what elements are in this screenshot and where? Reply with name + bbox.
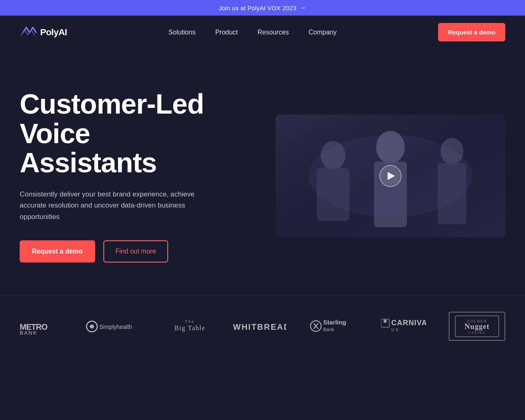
hero-video-thumbnail: [276, 114, 505, 237]
nav-item-solutions[interactable]: Solutions: [169, 29, 196, 36]
nav-request-demo-button[interactable]: Request a demo: [438, 23, 505, 41]
hero-video-container[interactable]: [276, 114, 505, 237]
banner-link[interactable]: Join us at PolyAI VOX 2023 →: [219, 4, 306, 11]
partner-whitbread: WHITBREAD: [233, 319, 286, 333]
nav-link-company[interactable]: Company: [308, 29, 336, 36]
simplyhealth-logo: Simplyhealth: [85, 318, 147, 335]
banner-arrow: →: [299, 4, 306, 11]
hero-buttons: Request a demo Find out more: [20, 240, 233, 262]
hero-content: Customer-Led Voice Assistants Consistent…: [20, 89, 233, 262]
logo-icon: [20, 26, 37, 39]
nav-item-resources[interactable]: Resources: [258, 29, 289, 36]
big-table-logo: The Big Table: [169, 317, 210, 336]
hero-title: Customer-Led Voice Assistants: [20, 89, 233, 177]
partner-golden-nugget: GOLDEN Nugget CASINO: [449, 312, 505, 341]
hero-subtitle: Consistently deliver your best brand exp…: [20, 189, 208, 222]
svg-text:CARNIVAL: CARNIVAL: [391, 319, 426, 327]
golden-nugget-logo: GOLDEN Nugget CASINO: [454, 315, 500, 338]
logo-text: PolyAI: [40, 27, 67, 38]
logo[interactable]: PolyAI: [20, 26, 67, 39]
top-banner[interactable]: Join us at PolyAI VOX 2023 →: [0, 0, 525, 16]
svg-text:Starling: Starling: [323, 319, 346, 326]
svg-text:Nugget: Nugget: [464, 322, 489, 331]
svg-text:WHITBREAD: WHITBREAD: [233, 322, 286, 331]
partner-carnival-uk: CARNIVAL UK: [381, 317, 426, 336]
svg-text:The: The: [185, 319, 195, 324]
hero-section: Customer-Led Voice Assistants Consistent…: [0, 49, 525, 295]
banner-text: Join us at PolyAI VOX 2023: [219, 5, 296, 11]
nav-item-product[interactable]: Product: [215, 29, 238, 36]
partner-simplyhealth: Simplyhealth: [85, 318, 147, 335]
navbar: PolyAI Solutions Product Resources Compa…: [0, 16, 525, 49]
nav-link-resources[interactable]: Resources: [258, 29, 289, 36]
nav-link-solutions[interactable]: Solutions: [169, 29, 196, 36]
carnival-uk-logo: CARNIVAL UK: [381, 317, 426, 336]
play-button[interactable]: [379, 165, 402, 187]
partners-section: METRO BANK Simplyhealth The Big Table WH…: [0, 295, 525, 365]
nav-link-product[interactable]: Product: [215, 29, 238, 36]
hero-request-demo-button[interactable]: Request a demo: [20, 240, 95, 262]
svg-point-19: [383, 320, 387, 323]
svg-text:CASINO: CASINO: [468, 331, 486, 335]
starling-bank-logo: Starling Bank: [309, 317, 358, 336]
svg-text:Bank: Bank: [323, 327, 334, 332]
play-icon: [388, 172, 395, 180]
whitbread-logo: WHITBREAD: [233, 319, 286, 333]
svg-text:Simplyhealth: Simplyhealth: [99, 324, 132, 330]
hero-find-out-more-button[interactable]: Find out more: [103, 240, 169, 262]
metro-bank-logo: METRO BANK: [20, 318, 63, 335]
nav-links: Solutions Product Resources Company: [169, 29, 337, 36]
nav-item-company[interactable]: Company: [308, 29, 336, 36]
svg-text:Big Table: Big Table: [174, 324, 205, 332]
svg-text:UK: UK: [391, 328, 400, 332]
partner-starling-bank: Starling Bank: [309, 317, 358, 336]
svg-text:BANK: BANK: [20, 330, 37, 335]
partner-big-table: The Big Table: [169, 317, 210, 336]
partner-metro-bank: METRO BANK: [20, 318, 63, 335]
